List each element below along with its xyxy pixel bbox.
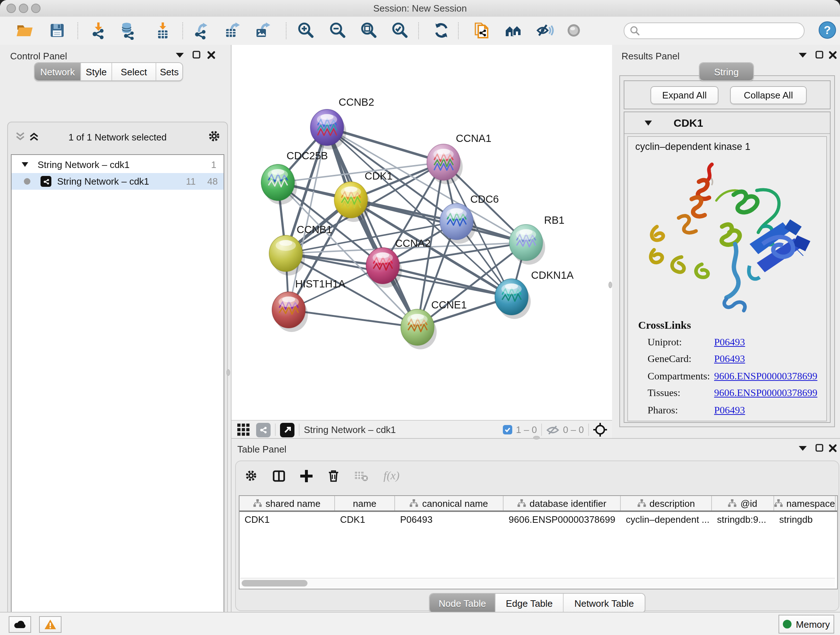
table-row[interactable]: CDK1CDK1P064939606.ENSP00000378699cyclin… bbox=[240, 512, 837, 526]
tab-edge-table[interactable]: Edge Table bbox=[495, 594, 563, 613]
collection-label: String Network – cdk1 bbox=[38, 159, 129, 170]
delete-column-icon[interactable] bbox=[328, 469, 339, 482]
help-button[interactable]: ? bbox=[818, 21, 836, 39]
warnings-button[interactable] bbox=[39, 616, 62, 632]
zoom-selected-button[interactable] bbox=[390, 20, 410, 41]
protein-structure-image bbox=[641, 157, 815, 315]
column-header-namespace[interactable]: namespace bbox=[774, 496, 836, 510]
panel-splitter-handle[interactable] bbox=[533, 436, 540, 440]
network-options-gear-icon[interactable] bbox=[208, 130, 221, 143]
crosslink-link[interactable]: P06493 bbox=[714, 405, 745, 416]
zoom-in-button[interactable] bbox=[296, 20, 316, 41]
network-row-selected[interactable]: String Network – cdk1 11 48 bbox=[11, 173, 224, 190]
open-view-icon[interactable] bbox=[280, 423, 294, 437]
results-panel-float-icon[interactable] bbox=[815, 51, 823, 59]
results-panel-menu-icon[interactable] bbox=[799, 52, 807, 58]
network-node-RB1[interactable]: RB1 bbox=[509, 214, 564, 261]
control-panel-tabs: NetworkStyleSelectSets bbox=[34, 62, 183, 81]
string-home-button[interactable] bbox=[504, 20, 524, 41]
import-string-network-button[interactable] bbox=[472, 20, 492, 41]
toolbar-divider bbox=[458, 22, 459, 39]
refresh-network-button[interactable] bbox=[431, 20, 452, 41]
export-network-icon bbox=[192, 21, 210, 40]
delete-table-icon[interactable] bbox=[355, 470, 368, 481]
export-network-button[interactable] bbox=[191, 20, 211, 41]
control-panel-close-icon[interactable] bbox=[207, 51, 216, 59]
network-list: String Network – cdk1 1 String Network –… bbox=[11, 154, 224, 635]
save-session-button[interactable] bbox=[47, 20, 67, 41]
inspector-orb-button[interactable] bbox=[564, 20, 584, 41]
zoom-out-button[interactable] bbox=[328, 20, 348, 41]
column-header-description[interactable]: description bbox=[621, 496, 712, 510]
table-toolbar: f(x) bbox=[245, 466, 399, 486]
table-options-gear-icon[interactable] bbox=[245, 469, 257, 482]
export-table-button[interactable] bbox=[222, 20, 242, 41]
import-table-icon bbox=[153, 21, 172, 40]
import-network-database-button[interactable] bbox=[118, 20, 139, 41]
column-header-shared-name[interactable]: shared name bbox=[240, 496, 335, 510]
toolbar-divider bbox=[182, 22, 183, 39]
fit-selected-crosshair-icon[interactable] bbox=[593, 423, 607, 437]
control-panel-float-icon[interactable] bbox=[193, 51, 201, 59]
import-table-button[interactable] bbox=[153, 20, 173, 41]
tab-network-table[interactable]: Network Table bbox=[563, 594, 645, 613]
export-image-button[interactable] bbox=[253, 20, 273, 41]
table-panel-menu-icon[interactable] bbox=[799, 445, 807, 451]
column-header-name[interactable]: name bbox=[335, 496, 395, 510]
node-table-container: f(x) shared namenamecanonical namedataba… bbox=[235, 461, 839, 611]
network-node-CDKN1A[interactable]: CDKN1A bbox=[495, 269, 574, 315]
grid-view-icon[interactable] bbox=[237, 424, 249, 436]
import-network-file-button[interactable] bbox=[88, 20, 109, 41]
function-builder-button[interactable]: f(x) bbox=[384, 469, 399, 482]
selection-summary: 1 of 1 Network selected bbox=[8, 132, 227, 143]
column-header-canonical-name[interactable]: canonical name bbox=[395, 496, 504, 510]
table-panel-float-icon[interactable] bbox=[815, 444, 823, 452]
horizontal-scrollbar[interactable] bbox=[240, 578, 835, 587]
node-label-CDC25B: CDC25B bbox=[286, 150, 328, 162]
table-panel-close-icon[interactable] bbox=[829, 444, 837, 453]
network-canvas[interactable]: CCNB2CCNA1CDC25BCDK1CDC6RB1CCNB1CCNA2CDK… bbox=[232, 45, 612, 420]
open-session-button[interactable] bbox=[14, 20, 35, 41]
show-columns-icon[interactable] bbox=[273, 470, 285, 482]
crosslink-link[interactable]: 9606.ENSP00000378699 bbox=[714, 371, 817, 382]
memory-button[interactable]: Memory bbox=[778, 615, 834, 633]
table-panel-title: Table Panel bbox=[237, 444, 286, 455]
crosslink-link[interactable]: 9606.ENSP00000378699 bbox=[714, 388, 817, 399]
table-cell: cyclin–dependent ... bbox=[621, 512, 712, 526]
table-body: CDK1CDK1P064939606.ENSP00000378699cyclin… bbox=[240, 512, 837, 526]
show-hide-enhanced-labels-button[interactable] bbox=[535, 20, 555, 41]
column-header-@id[interactable]: @id bbox=[712, 496, 774, 510]
network-share-icon[interactable] bbox=[256, 423, 271, 437]
panel-splitter-handle[interactable] bbox=[608, 282, 612, 288]
memory-label: Memory bbox=[796, 619, 830, 630]
tab-node-table[interactable]: Node Table bbox=[430, 594, 495, 613]
tab-sets[interactable]: Sets bbox=[156, 63, 182, 80]
search-input[interactable] bbox=[643, 25, 804, 36]
crosslink-link[interactable]: P06493 bbox=[714, 337, 745, 348]
crosslink-link[interactable]: P06493 bbox=[714, 354, 745, 365]
network-node-HIST1H1A[interactable]: HIST1H1A bbox=[272, 278, 346, 328]
network-collection-row[interactable]: String Network – cdk1 1 bbox=[11, 157, 224, 173]
expand-all-button[interactable]: Expand All bbox=[651, 86, 718, 104]
tab-string[interactable]: String bbox=[699, 63, 753, 80]
network-edge-count: 48 bbox=[207, 176, 218, 187]
protein-details: cyclin–dependent kinase 1 bbox=[627, 136, 827, 421]
cloud-status-button[interactable] bbox=[9, 616, 31, 632]
protein-section-header[interactable]: CDK1 bbox=[624, 112, 830, 134]
control-panel-menu-icon[interactable] bbox=[176, 52, 184, 58]
open-folder-icon bbox=[15, 21, 34, 40]
tab-network[interactable]: Network bbox=[35, 63, 80, 80]
collapse-all-button[interactable]: Collapse All bbox=[730, 86, 807, 104]
column-header-database-identifier[interactable]: database identifier bbox=[504, 496, 621, 510]
network-edge bbox=[327, 127, 417, 327]
zoom-fit-button[interactable] bbox=[359, 20, 379, 41]
hidden-eye-slash-icon[interactable] bbox=[546, 424, 559, 435]
tab-select[interactable]: Select bbox=[111, 63, 156, 80]
network-collection-container: 1 of 1 Network selected String Network –… bbox=[7, 122, 228, 635]
scrollbar-thumb[interactable] bbox=[242, 580, 308, 586]
panel-splitter-handle[interactable] bbox=[226, 369, 230, 376]
add-column-icon[interactable] bbox=[300, 470, 313, 482]
selected-checkbox-icon[interactable] bbox=[503, 425, 512, 434]
tab-style[interactable]: Style bbox=[80, 63, 111, 80]
results-panel-close-icon[interactable] bbox=[829, 51, 837, 59]
